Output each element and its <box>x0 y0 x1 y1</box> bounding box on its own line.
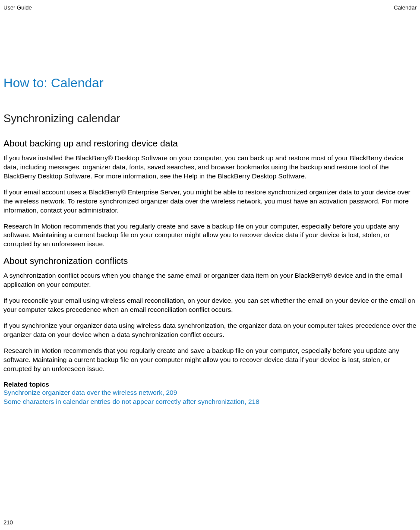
page-number: 210 <box>3 519 13 526</box>
section-heading: Synchronizing calendar <box>3 112 417 125</box>
related-link-sync-organizer[interactable]: Synchronize organizer data over the wire… <box>3 388 417 397</box>
page-title: How to: Calendar <box>3 76 417 90</box>
related-link-characters[interactable]: Some characters in calendar entries do n… <box>3 397 417 406</box>
body-paragraph: If you have installed the BlackBerry® De… <box>3 154 417 181</box>
header-right: Calendar <box>394 4 417 11</box>
body-paragraph: If you reconcile your email using wirele… <box>3 296 417 314</box>
subsection-heading-conflicts: About synchronization conflicts <box>3 256 417 266</box>
header-left: User Guide <box>3 4 32 11</box>
body-paragraph: If your email account uses a BlackBerry®… <box>3 188 417 215</box>
body-paragraph: If you synchronize your organizer data u… <box>3 321 417 340</box>
body-paragraph: Research In Motion recommends that you r… <box>3 346 417 374</box>
subsection-heading-backup: About backing up and restoring device da… <box>3 138 417 149</box>
body-paragraph: A synchronization conflict occurs when y… <box>3 271 417 289</box>
related-topics-label: Related topics <box>3 381 417 388</box>
page-header: User Guide Calendar <box>3 4 417 11</box>
body-paragraph: Research In Motion recommends that you r… <box>3 222 417 249</box>
